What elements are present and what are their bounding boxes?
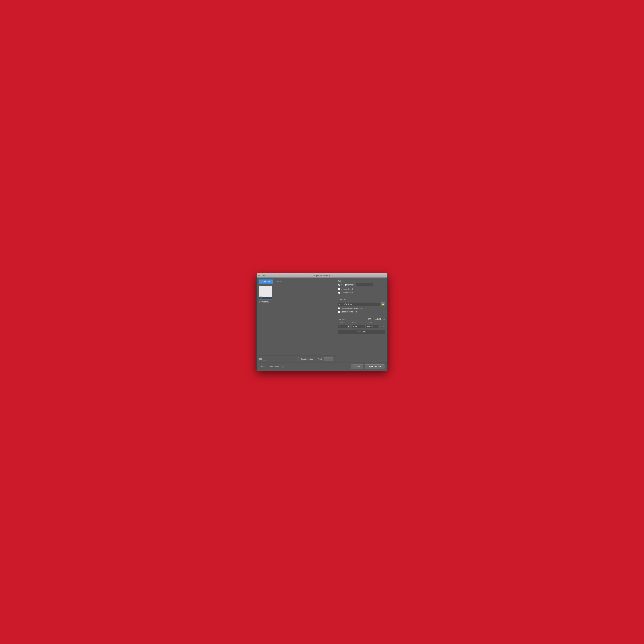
open-location-row[interactable]: Open Location after Export bbox=[338, 307, 385, 309]
dialog-title: Export for Screens bbox=[314, 274, 330, 277]
artboard-area: 1 Artboard 1 bbox=[257, 284, 336, 356]
grid-view-button[interactable] bbox=[259, 358, 262, 361]
artboard-thumbnail[interactable] bbox=[259, 286, 272, 300]
artboard-number: 1 bbox=[259, 301, 260, 303]
all-radio[interactable] bbox=[338, 284, 340, 286]
prefix-label: Prefix: bbox=[318, 358, 323, 360]
full-document-radio[interactable] bbox=[338, 292, 340, 294]
export-path-input[interactable] bbox=[338, 302, 380, 306]
open-location-checkbox[interactable] bbox=[338, 307, 340, 309]
all-label: All bbox=[341, 284, 343, 286]
formats-actions: iOS Android ⚙ bbox=[367, 318, 385, 321]
android-button[interactable]: Android bbox=[374, 318, 382, 321]
formats-label: Formats: bbox=[338, 318, 346, 320]
status-section: Selected: 1, Total Export: 0 ⚠ bbox=[260, 366, 284, 368]
add-scale-label: + Add Scale bbox=[357, 331, 366, 333]
footer-buttons: Cancel Export Artboard bbox=[351, 364, 384, 369]
dialog-footer: Selected: 1, Total Export: 0 ⚠ Cancel Ex… bbox=[257, 363, 387, 371]
export-to-label: Export to: bbox=[338, 298, 385, 300]
traffic-lights bbox=[258, 275, 265, 276]
suffix-col-label: Suffix bbox=[352, 322, 366, 323]
artboard-label: 1 Artboard 1 bbox=[259, 301, 272, 303]
tab-assets[interactable]: Assets bbox=[273, 279, 284, 284]
dialog-body: Artboards Assets 1 Artboard 1 bbox=[257, 278, 387, 363]
format-dropdown-arrow[interactable]: ▼ bbox=[379, 325, 382, 328]
format-column-headers: Scale Suffix Format bbox=[338, 322, 385, 323]
format-col-label: Format bbox=[367, 322, 382, 323]
format-select-wrap: JPG 100 PNG SVG PDF ▼ bbox=[366, 325, 382, 328]
scale-select-wrap: ▼ bbox=[338, 325, 352, 328]
artboard-preview bbox=[259, 286, 272, 297]
full-document-row[interactable]: Full Document bbox=[338, 292, 385, 294]
select-label: Select: bbox=[338, 280, 385, 282]
remove-format-button[interactable]: × bbox=[383, 325, 385, 328]
formats-header: Formats: iOS Android ⚙ bbox=[338, 318, 385, 321]
cancel-button[interactable]: Cancel bbox=[351, 364, 363, 369]
list-view-button[interactable] bbox=[263, 358, 266, 361]
artboard-checkbox[interactable] bbox=[260, 297, 262, 299]
select-section: Select: All Range: bbox=[338, 280, 385, 286]
warning-icon: ⚠ bbox=[282, 366, 284, 368]
prefix-input[interactable] bbox=[324, 357, 333, 361]
add-scale-button[interactable]: + Add Scale bbox=[338, 330, 385, 334]
left-bottom-bar: Clear Selection Prefix: bbox=[257, 356, 336, 363]
include-bleed-label: Include Bleed bbox=[341, 288, 353, 290]
create-subfolders-label: Create Sub-folders bbox=[341, 311, 357, 313]
maximize-button[interactable] bbox=[263, 275, 265, 276]
scale-input[interactable] bbox=[338, 325, 347, 328]
export-artboard-button[interactable]: Export Artboard bbox=[365, 364, 384, 369]
close-button[interactable] bbox=[258, 275, 260, 276]
artboard-name: Artboard 1 bbox=[261, 301, 269, 303]
range-label: Range: bbox=[347, 284, 354, 286]
select-row: All Range: bbox=[338, 283, 385, 286]
browse-folder-button[interactable]: 📁 bbox=[381, 302, 385, 306]
right-panel: Select: All Range: Include Bleed bbox=[336, 278, 387, 363]
range-radio-label[interactable]: Range: bbox=[345, 284, 354, 286]
clear-selection-button[interactable]: Clear Selection bbox=[298, 357, 315, 361]
format-row: ▼ JPG 100 PNG SVG PDF ▼ × bbox=[338, 324, 385, 329]
scale-dropdown-arrow[interactable]: ▼ bbox=[347, 325, 350, 328]
format-select[interactable]: JPG 100 PNG SVG PDF bbox=[366, 325, 379, 328]
left-panel: Artboards Assets 1 Artboard 1 bbox=[257, 278, 336, 363]
tabs-container: Artboards Assets bbox=[257, 278, 336, 284]
include-bleed-row[interactable]: Include Bleed bbox=[338, 288, 385, 290]
minimize-button[interactable] bbox=[261, 275, 263, 276]
ios-button[interactable]: iOS bbox=[367, 318, 372, 321]
folder-icon: 📁 bbox=[382, 303, 384, 305]
include-bleed-checkbox[interactable] bbox=[338, 288, 340, 290]
path-row: 📁 bbox=[338, 302, 385, 306]
full-document-label: Full Document bbox=[341, 292, 353, 294]
all-radio-label[interactable]: All bbox=[338, 284, 343, 286]
export-dialog: Export for Screens Artboards Assets 1 bbox=[256, 273, 388, 371]
prefix-section: Prefix: bbox=[318, 357, 333, 361]
export-to-section: Export to: 📁 Open Location after Export … bbox=[338, 298, 385, 313]
create-subfolders-row[interactable]: Create Sub-folders bbox=[338, 311, 385, 313]
range-radio[interactable] bbox=[345, 284, 347, 286]
suffix-input[interactable] bbox=[352, 325, 365, 328]
formats-section: Formats: iOS Android ⚙ Scale Suffix Form… bbox=[338, 318, 385, 334]
title-bar: Export for Screens bbox=[257, 273, 387, 278]
tab-artboards[interactable]: Artboards bbox=[259, 279, 273, 284]
scale-col-label: Scale bbox=[339, 322, 351, 323]
open-location-label: Open Location after Export bbox=[341, 307, 364, 309]
range-input[interactable] bbox=[355, 283, 373, 286]
status-text: Selected: 1, Total Export: 0 bbox=[260, 366, 281, 368]
settings-icon[interactable]: ⚙ bbox=[383, 318, 385, 320]
create-subfolders-checkbox[interactable] bbox=[338, 311, 340, 313]
